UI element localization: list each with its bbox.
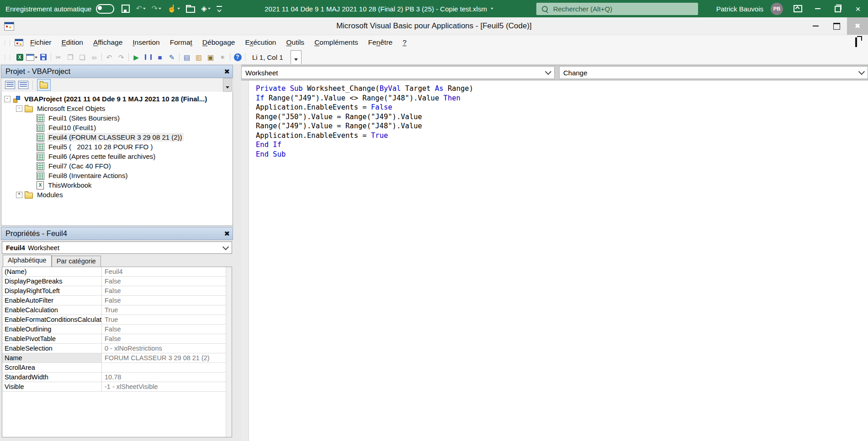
save-icon[interactable] (122, 5, 130, 13)
excel-minimize-button[interactable] (808, 0, 828, 17)
property-row-name[interactable]: NameFORUM CLASSEUR 3 29 08 21 (2) (2, 353, 232, 363)
find-icon[interactable]: ∞ (88, 52, 100, 63)
tree-item-feuil8[interactable]: Feuil8 (Inventaire Actions) (1, 171, 233, 180)
vba-close-button[interactable]: ✖ (847, 17, 868, 35)
undo-icon[interactable]: ↶ (136, 5, 145, 12)
property-row-visible[interactable]: Visible-1 - xlSheetVisible (2, 382, 232, 392)
search-box[interactable]: Rechercher (Alt+Q) (536, 3, 698, 15)
object-dropdown[interactable]: Worksheet (241, 66, 555, 79)
menu-aide[interactable]: ? (397, 37, 412, 48)
property-name: DisplayPageBreaks (2, 277, 102, 286)
title-dropdown-caret[interactable] (491, 8, 493, 11)
tree-item-feuil5[interactable]: Feuil5 ( 2021 10 28 POUR FFO ) (1, 142, 233, 152)
chevron-down-icon (858, 68, 865, 75)
touch-mode-icon[interactable]: ☝ (167, 5, 180, 12)
project-panel-scroll-dropdown[interactable] (223, 78, 232, 92)
help-icon[interactable]: ? (232, 52, 243, 63)
tree-item-feuil7[interactable]: Feuil7 (Cac 40 FFO) (1, 161, 233, 171)
close-icon: × (855, 5, 860, 13)
open-folder-icon[interactable] (186, 5, 195, 13)
vba-maximize-button[interactable] (826, 17, 847, 35)
toolbox-icon[interactable]: ✶ (217, 52, 228, 63)
tree-expander[interactable]: - (4, 96, 11, 102)
code-window-icon[interactable] (15, 39, 23, 46)
cut-icon[interactable]: ✂ (53, 52, 64, 63)
toolbar-grip: ⋮⋮ (2, 54, 12, 61)
customize-qat-icon[interactable] (217, 6, 222, 11)
paste-icon[interactable]: ❏ (76, 52, 88, 63)
tree-item-feuil6[interactable]: Feuil6 (Apres cette feuille archives) (1, 152, 233, 161)
menu-fichier[interactable]: Fichier (25, 37, 57, 48)
child-restore-button[interactable] (855, 38, 857, 47)
menu-affichage[interactable]: Affichage (88, 37, 127, 48)
tree-item-thisworkbook[interactable]: XThisWorkbook (1, 180, 233, 190)
save-icon[interactable] (37, 52, 49, 63)
menu-complements[interactable]: Compléments (309, 37, 363, 48)
properties-scrollbar[interactable] (226, 267, 232, 437)
menu-insertion[interactable]: Insertion (127, 37, 164, 48)
ribbon-display-options-button[interactable] (788, 0, 808, 17)
run-icon[interactable]: ▶ (130, 52, 142, 63)
property-row-enableoutlining[interactable]: EnableOutliningFalse (2, 325, 232, 334)
property-row-enablecalculation[interactable]: EnableCalculationTrue (2, 305, 232, 315)
copy-icon[interactable]: ❐ (64, 52, 76, 63)
tree-item-label: VBAProject (2021 11 04 Dde 9 1 MAJ 2021 … (23, 94, 208, 103)
procedure-dropdown[interactable]: Change (559, 66, 868, 79)
autosave-toggle[interactable] (96, 4, 114, 14)
menu-outils[interactable]: Outils (281, 37, 309, 48)
menu-execution[interactable]: Exécution (240, 37, 281, 48)
tree-item-vbaproject[interactable]: -VBAProject (2021 11 04 Dde 9 1 MAJ 2021… (1, 94, 233, 104)
property-row-enableselection[interactable]: EnableSelection0 - xlNoRestrictions (2, 344, 232, 353)
redo-icon[interactable]: ↷ (152, 5, 161, 12)
view-object-icon[interactable] (18, 81, 28, 89)
tree-expander[interactable]: - (16, 105, 22, 112)
code-token: Application.EnableEvents = (256, 131, 371, 140)
view-code-icon[interactable] (5, 81, 15, 89)
avatar[interactable]: PB (771, 3, 783, 15)
design-mode-icon[interactable]: ✎ (166, 52, 178, 63)
chevron-down-icon (222, 243, 229, 250)
reset-icon[interactable]: ■ (154, 52, 166, 63)
property-row-enablepivottable[interactable]: EnablePivotTableFalse (2, 334, 232, 344)
object-selector-combo[interactable]: Feuil4 Worksheet (2, 242, 232, 254)
property-row-enableformatconditionscalculation[interactable]: EnableFormatConditionsCalculationTrue (2, 315, 232, 325)
excel-restore-button[interactable] (828, 0, 848, 17)
project-explorer-icon[interactable]: ▤ (181, 52, 193, 63)
excel-close-button[interactable]: × (848, 0, 868, 17)
code-editor[interactable]: Private Sub Worksheet_Change(ByVal Targe… (241, 80, 868, 441)
undo-icon[interactable]: ↶ (103, 52, 115, 63)
object-browser-icon[interactable]: ▣ (205, 52, 217, 63)
property-row-name[interactable]: (Name)Feuil4 (2, 267, 232, 277)
view-excel-icon[interactable]: X (14, 52, 26, 63)
project-panel-close-button[interactable]: ✖ (224, 68, 230, 75)
folder-glyph (186, 6, 195, 13)
properties-panel-close-button[interactable]: ✖ (224, 230, 230, 237)
menu-fenetre[interactable]: Fenêtre (363, 37, 397, 48)
property-row-standardwidth[interactable]: StandardWidth10.78 (2, 373, 232, 382)
redo-icon[interactable]: ↷ (115, 52, 127, 63)
property-row-enableautofilter[interactable]: EnableAutoFilterFalse (2, 296, 232, 305)
dropdown-caret (208, 8, 211, 11)
account-area: Patrick Bauvois PB (716, 3, 783, 15)
tree-item-feuil10[interactable]: Feuil10 (Feuil1) (1, 123, 233, 132)
tree-item-feuil1[interactable]: Feuil1 (Sites Boursiers) (1, 113, 233, 123)
property-row-scrollarea[interactable]: ScrollArea (2, 363, 232, 373)
break-icon[interactable] (142, 52, 154, 63)
tree-item-feuil4[interactable]: Feuil4 (FORUM CLASSEUR 3 29 08 21 (2)) (1, 132, 233, 142)
menu-edition[interactable]: Edition (57, 37, 88, 48)
menu-debogage[interactable]: Débogage (197, 37, 240, 48)
vba-minimize-button[interactable] (805, 17, 826, 35)
insert-userform-icon[interactable] (26, 52, 37, 63)
tab-by-category[interactable]: Par catégorie (52, 256, 101, 267)
ink-eraser-icon[interactable]: ◈ (201, 5, 210, 12)
tab-alphabetic[interactable]: Alphabétique (3, 255, 52, 267)
properties-window-icon[interactable]: ▥ (193, 52, 205, 63)
toolbar-overflow-dropdown[interactable] (291, 50, 302, 64)
property-row-displayrighttoleft[interactable]: DisplayRightToLeftFalse (2, 286, 232, 296)
tree-expander[interactable]: + (16, 192, 22, 198)
tree-item-modules[interactable]: +Modules (1, 190, 233, 200)
tree-item-ms-excel-objets[interactable]: -Microsoft Excel Objets (1, 104, 233, 113)
toggle-folders-icon[interactable] (37, 79, 51, 91)
menu-format[interactable]: Format (165, 37, 197, 48)
property-row-displaypagebreaks[interactable]: DisplayPageBreaksFalse (2, 277, 232, 286)
